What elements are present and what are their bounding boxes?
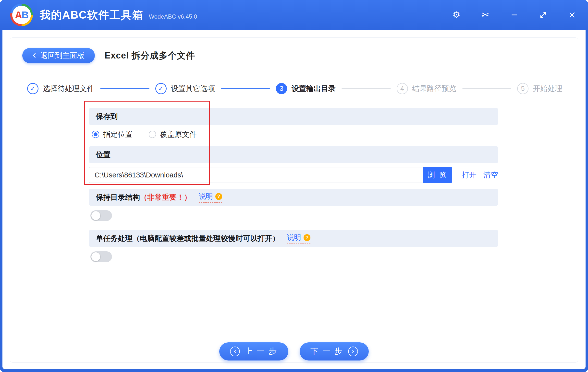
single-task-section-header: 单任务处理（电脑配置较差或批量处理较慢时可以打开） 说明 ? — [89, 230, 498, 247]
app-window: AB 我的ABC软件工具箱 WodeABC v6.45.0 ⚙ ✂ ‹ — [0, 0, 588, 372]
page-title: Excel 拆分成多个文件 — [105, 50, 195, 62]
step-5-number: 5 — [517, 83, 528, 94]
settings-content: 保存到 指定位置 覆盖原文件 位置 — [89, 108, 498, 262]
clear-path-link[interactable]: 清空 — [483, 170, 498, 180]
step-4-number: 4 — [397, 83, 408, 94]
step-connector-3 — [342, 88, 391, 89]
card-header: ‹ 返回到主面板 Excel 拆分成多个文件 — [10, 38, 578, 63]
step-3: 3 设置输出目录 — [276, 83, 336, 94]
close-icon[interactable] — [566, 9, 578, 21]
header-divider — [10, 70, 578, 70]
scissors-icon[interactable]: ✂ — [480, 9, 491, 21]
single-task-help-link[interactable]: 说明 ? — [287, 233, 310, 244]
logo-letter-a: A — [15, 10, 22, 21]
app-logo: AB — [10, 4, 33, 26]
keep-structure-important-note: （非常重要！） — [140, 192, 191, 202]
main-card: ‹ 返回到主面板 Excel 拆分成多个文件 ✓ 选择待处理文件 ✓ 设置其它选… — [10, 37, 578, 363]
back-to-main-button[interactable]: ‹ 返回到主面板 — [22, 48, 95, 63]
step-connector-4 — [462, 88, 512, 89]
logo-letter-b: B — [22, 10, 28, 21]
radio-specified-label: 指定位置 — [103, 129, 133, 140]
step-connector-2 — [221, 88, 270, 89]
radio-selected-icon — [92, 131, 99, 138]
fullscreen-icon[interactable] — [538, 9, 549, 21]
titlebar: AB 我的ABC软件工具箱 WodeABC v6.45.0 ⚙ ✂ — [0, 0, 588, 30]
help-link-label: 说明 — [287, 233, 301, 243]
wizard-footer: ‹ 上 一 步 下 一 步 › — [10, 342, 578, 360]
radio-specified-location[interactable]: 指定位置 — [92, 129, 133, 140]
step-2-label: 设置其它选项 — [171, 84, 215, 94]
app-logo-text: AB — [12, 6, 31, 24]
step-1-check-icon: ✓ — [27, 83, 38, 94]
window-controls: ⚙ ✂ — [451, 9, 578, 21]
keep-structure-section-header: 保持目录结构 （非常重要！） 说明 ? — [89, 189, 498, 206]
back-button-label: 返回到主面板 — [40, 51, 85, 61]
keep-structure-toggle[interactable] — [90, 210, 112, 221]
radio-overwrite-label: 覆盖原文件 — [160, 129, 197, 140]
output-path-input[interactable] — [89, 167, 423, 183]
radio-unselected-icon — [149, 131, 156, 138]
app-title: 我的ABC软件工具箱 — [40, 8, 143, 22]
next-step-label: 下 一 步 — [310, 346, 343, 357]
window-body: ‹ 返回到主面板 Excel 拆分成多个文件 ✓ 选择待处理文件 ✓ 设置其它选… — [2, 30, 586, 369]
question-mark-icon: ? — [215, 193, 222, 200]
settings-gear-icon[interactable]: ⚙ — [451, 9, 462, 21]
step-2: ✓ 设置其它选项 — [155, 83, 215, 94]
radio-overwrite-original[interactable]: 覆盖原文件 — [149, 129, 197, 140]
app-version: WodeABC v6.45.0 — [149, 13, 197, 20]
step-4-label: 结果路径预览 — [412, 84, 456, 94]
step-1: ✓ 选择待处理文件 — [27, 83, 94, 94]
keep-structure-help-link[interactable]: 说明 ? — [199, 192, 222, 203]
single-task-toggle[interactable] — [90, 251, 112, 262]
step-5: 5 开始处理 — [517, 83, 562, 94]
browse-button[interactable]: 浏 览 — [423, 167, 452, 183]
step-1-label: 选择待处理文件 — [43, 84, 94, 94]
save-to-section-header: 保存到 — [89, 108, 498, 125]
step-2-check-icon: ✓ — [155, 83, 167, 94]
next-step-button[interactable]: 下 一 步 › — [300, 342, 369, 360]
output-path-row: 浏 览 打开 清空 — [89, 167, 498, 183]
save-to-title: 保存到 — [96, 112, 118, 122]
step-3-label: 设置输出目录 — [292, 84, 336, 94]
circle-arrow-left-icon: ‹ — [230, 347, 240, 356]
previous-step-button[interactable]: ‹ 上 一 步 — [219, 342, 288, 360]
chevron-left-icon: ‹ — [33, 50, 36, 60]
previous-step-label: 上 一 步 — [245, 346, 278, 357]
step-5-label: 开始处理 — [533, 84, 562, 94]
open-folder-link[interactable]: 打开 — [462, 170, 477, 180]
minimize-icon[interactable] — [509, 9, 520, 21]
help-link-label: 说明 — [199, 192, 213, 201]
circle-arrow-right-icon: › — [348, 347, 358, 356]
keep-structure-title: 保持目录结构 — [96, 192, 140, 202]
toggle-knob — [91, 252, 100, 261]
single-task-title: 单任务处理（电脑配置较差或批量处理较慢时可以打开） — [96, 233, 280, 244]
save-to-options: 指定位置 覆盖原文件 — [92, 129, 498, 140]
question-mark-icon: ? — [304, 234, 310, 241]
step-connector-1 — [100, 88, 149, 89]
location-section-header: 位置 — [89, 146, 498, 163]
location-title: 位置 — [96, 150, 110, 160]
toggle-knob — [91, 211, 100, 220]
step-indicator: ✓ 选择待处理文件 ✓ 设置其它选项 3 设置输出目录 4 结果路径预览 — [27, 83, 562, 94]
step-3-number: 3 — [276, 83, 287, 94]
step-4: 4 结果路径预览 — [397, 83, 456, 94]
